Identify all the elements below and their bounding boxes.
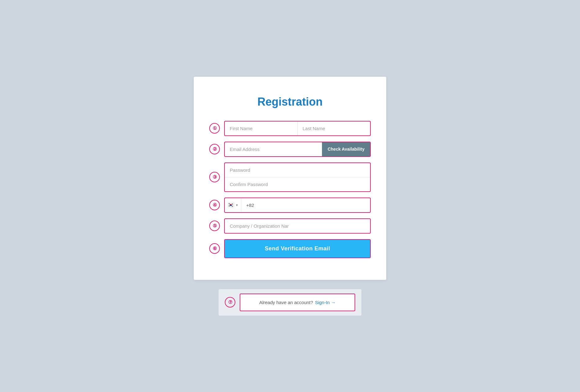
phone-field-box: 🇰🇷 ▼ <box>224 198 371 213</box>
password-row: ③ <box>209 162 371 192</box>
phone-row-inner: 🇰🇷 ▼ <box>225 198 370 212</box>
confirm-password-input[interactable] <box>225 177 370 191</box>
country-flag: 🇰🇷 <box>227 202 234 208</box>
name-fields-box <box>224 121 371 136</box>
step-badge-4: ④ <box>209 200 220 210</box>
step-badge-1: ① <box>209 123 220 134</box>
first-name-input[interactable] <box>225 121 298 135</box>
phone-input[interactable] <box>241 198 370 212</box>
page-wrapper: Registration ① ② Check Availab <box>0 77 580 316</box>
submit-box: Send Verification Email <box>224 239 371 258</box>
signin-link[interactable]: Sign-In → <box>315 300 336 305</box>
password-input[interactable] <box>225 163 370 177</box>
company-field-box <box>224 218 371 234</box>
signin-prompt: Already have an account? <box>259 300 313 305</box>
form-rows: ① ② Check Availability <box>209 121 371 258</box>
password-fields-box <box>224 162 371 192</box>
signin-row: ⑦ Already have an account? Sign-In → <box>219 289 361 316</box>
step-badge-2: ② <box>209 144 220 154</box>
email-row-inner: Check Availability <box>225 142 370 156</box>
step-badge-3: ③ <box>209 172 220 182</box>
step-badge-5: ⑤ <box>209 221 220 231</box>
step-badge-7: ⑦ <box>225 297 235 308</box>
send-verification-button[interactable]: Send Verification Email <box>225 240 370 258</box>
submit-row: ⑥ Send Verification Email <box>209 239 371 258</box>
email-input[interactable] <box>225 142 322 156</box>
country-select[interactable]: 🇰🇷 ▼ <box>225 198 241 212</box>
email-row: ② Check Availability <box>209 142 371 157</box>
phone-row: ④ 🇰🇷 ▼ <box>209 198 371 213</box>
step-badge-6: ⑥ <box>209 243 220 254</box>
signin-card: ⑦ Already have an account? Sign-In → <box>219 289 361 316</box>
name-row: ① <box>209 121 371 136</box>
email-fields-box: Check Availability <box>224 142 371 157</box>
page-title: Registration <box>209 95 371 108</box>
chevron-down-icon: ▼ <box>235 203 238 207</box>
check-availability-button[interactable]: Check Availability <box>322 142 370 156</box>
registration-card: Registration ① ② Check Availab <box>194 77 386 280</box>
company-row: ⑤ <box>209 218 371 234</box>
signin-box: Already have an account? Sign-In → <box>240 294 355 311</box>
company-input[interactable] <box>225 219 294 233</box>
last-name-input[interactable] <box>298 121 370 135</box>
name-row-inner <box>225 121 370 135</box>
